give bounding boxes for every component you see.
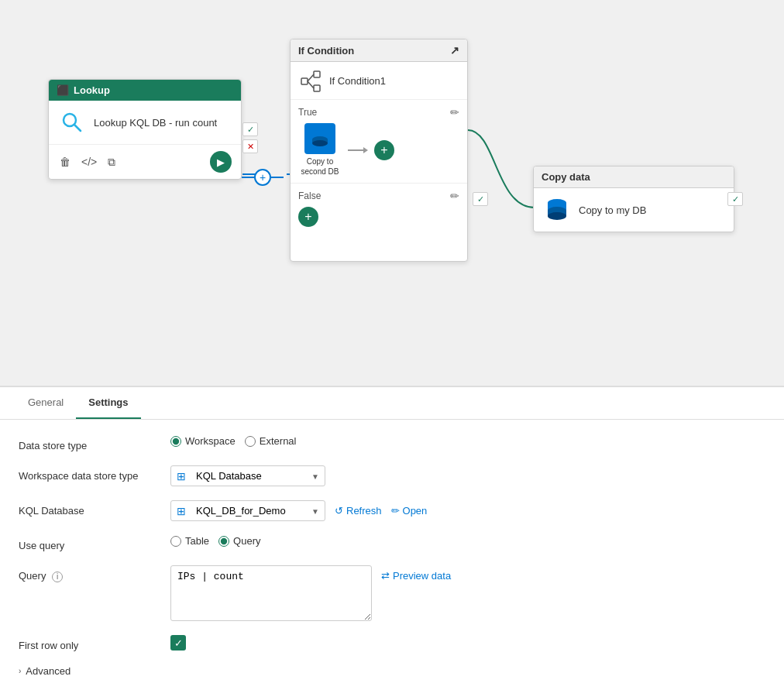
if-condition-icon — [298, 68, 323, 93]
table-option[interactable]: Table — [170, 535, 209, 547]
workspace-option[interactable]: Workspace — [170, 435, 236, 447]
workspace-data-store-controls: ⊞ KQL Database ▼ — [170, 465, 325, 486]
svg-line-3 — [74, 125, 81, 131]
copy-button[interactable]: ⧉ — [106, 154, 117, 170]
kql-database-label: KQL Database — [19, 500, 158, 517]
query-controls: ⇄ Preview data — [170, 565, 451, 621]
copy-data-header: Copy data — [534, 166, 734, 188]
code-button[interactable]: </> — [80, 154, 98, 170]
true-branch-content: Copy to second DB + — [298, 123, 459, 177]
connector-area: + — [242, 169, 284, 186]
if-condition-node: If Condition ↗ If Condition1 True ✏ — [290, 39, 468, 262]
if-condition-title-row: If Condition1 — [291, 62, 467, 100]
branch-arrow — [348, 147, 368, 153]
false-branch: False ✏ + — [291, 184, 467, 261]
true-connection: ✓ — [473, 192, 488, 206]
kql-database-row: KQL Database ⊞ KQL_DB_for_Demo ▼ ↺ Refre… — [19, 500, 765, 521]
use-query-controls: Table Query — [170, 535, 260, 547]
settings-content: Data store type Workspace External Works… — [0, 420, 784, 690]
query-option[interactable]: Query — [218, 535, 260, 547]
checkmark-icon: ✓ — [174, 637, 183, 649]
workspace-radio[interactable] — [170, 436, 181, 447]
open-label: Open — [403, 505, 428, 517]
lookup-node: ⬛ Lookup Lookup KQL DB - run count 🗑 </>… — [48, 79, 242, 180]
false-add-button[interactable]: + — [298, 207, 318, 227]
query-field-label: Query i — [19, 565, 158, 582]
data-store-type-controls: Workspace External — [170, 435, 297, 447]
svg-rect-4 — [301, 78, 308, 84]
lookup-node-header: ⬛ Lookup — [49, 80, 241, 101]
lookup-node-body: Lookup KQL DB - run count — [49, 101, 241, 145]
connector-line-right — [271, 177, 284, 178]
status-x: ✕ — [242, 139, 258, 153]
lookup-title: Lookup — [74, 84, 110, 96]
svg-rect-6 — [314, 85, 320, 91]
expand-icon[interactable]: ↗ — [450, 44, 459, 57]
table-radio[interactable] — [170, 536, 181, 547]
external-radio[interactable] — [245, 436, 256, 447]
delete-button[interactable]: 🗑 — [58, 154, 72, 170]
if-condition-title: If Condition1 — [329, 75, 386, 87]
if-condition-header-text: If Condition — [298, 45, 354, 57]
true-branch-label: True ✏ — [298, 106, 459, 118]
edit-false-icon[interactable]: ✏ — [450, 190, 459, 202]
first-row-checkbox[interactable]: ✓ — [170, 635, 186, 651]
if-condition-header: If Condition ↗ — [291, 39, 467, 62]
true-add-button[interactable]: + — [374, 140, 394, 160]
copy-my-db-icon — [543, 196, 571, 224]
preview-icon: ⇄ — [381, 570, 390, 582]
open-icon: ✏ — [391, 505, 400, 517]
query-info-icon[interactable]: i — [52, 572, 63, 582]
first-row-controls: ✓ — [170, 635, 186, 651]
copy-data-node: Copy data Copy to my DB ✓ — [533, 166, 734, 232]
first-row-only-label: First row only — [19, 635, 158, 651]
false-branch-content: + — [298, 207, 459, 227]
connector-line-left — [242, 177, 254, 178]
workspace-data-store-select-wrapper: ⊞ KQL Database ▼ — [170, 465, 325, 486]
copy-second-db-icon — [304, 123, 335, 154]
bottom-panel: General Settings Data store type Workspa… — [0, 387, 784, 690]
tab-general[interactable]: General — [15, 387, 76, 419]
edit-true-icon[interactable]: ✏ — [450, 106, 459, 118]
kql-database-controls: ⊞ KQL_DB_for_Demo ▼ ↺ Refresh ✏ Open — [170, 500, 427, 521]
copy-success-check: ✓ — [727, 192, 743, 206]
lookup-search-icon — [58, 108, 86, 136]
workspace-data-store-type-label: Workspace data store type — [19, 465, 158, 482]
query-label: Query — [233, 535, 260, 547]
tab-bar: General Settings — [0, 387, 784, 420]
refresh-label: Refresh — [346, 505, 382, 517]
workspace-data-store-select[interactable]: KQL Database — [170, 465, 325, 486]
workspace-data-store-type-row: Workspace data store type ⊞ KQL Database… — [19, 465, 765, 486]
copy-data-body: Copy to my DB — [534, 188, 734, 232]
advanced-row[interactable]: › Advanced — [19, 665, 765, 677]
first-row-only-row: First row only ✓ — [19, 635, 765, 651]
refresh-button[interactable]: ↺ Refresh — [335, 505, 382, 517]
external-label: External — [260, 435, 297, 447]
status-check: ✓ — [242, 122, 258, 136]
preview-label: Preview data — [393, 570, 451, 582]
lookup-body-text: Lookup KQL DB - run count — [94, 117, 217, 129]
query-row: Query i ⇄ Preview data — [19, 565, 765, 621]
open-button[interactable]: ✏ Open — [391, 505, 428, 517]
lookup-icon: ⬛ — [57, 84, 69, 96]
run-button[interactable]: ▶ — [210, 151, 232, 173]
data-store-type-row: Data store type Workspace External — [19, 435, 765, 451]
kql-database-select[interactable]: KQL_DB_for_Demo — [170, 500, 325, 521]
query-radio[interactable] — [218, 536, 229, 547]
copy-second-db-label: Copy to second DB — [301, 156, 339, 177]
preview-data-button[interactable]: ⇄ Preview data — [381, 570, 451, 582]
svg-rect-5 — [314, 71, 320, 77]
workflow-canvas: ⬛ Lookup Lookup KQL DB - run count 🗑 </>… — [0, 0, 784, 387]
svg-point-13 — [312, 140, 328, 146]
use-query-label: Use query — [19, 535, 158, 551]
query-textarea[interactable] — [170, 565, 372, 621]
tab-settings[interactable]: Settings — [76, 387, 140, 419]
connector-add-button[interactable]: + — [254, 169, 271, 186]
workspace-label: Workspace — [185, 435, 236, 447]
chevron-right-icon: › — [19, 667, 21, 675]
copy-second-db-node: Copy to second DB — [298, 123, 342, 177]
kql-database-select-wrapper: ⊞ KQL_DB_for_Demo ▼ — [170, 500, 325, 521]
lookup-node-actions: 🗑 </> ⧉ ▶ — [49, 145, 241, 179]
external-option[interactable]: External — [245, 435, 297, 447]
svg-point-18 — [548, 212, 566, 220]
